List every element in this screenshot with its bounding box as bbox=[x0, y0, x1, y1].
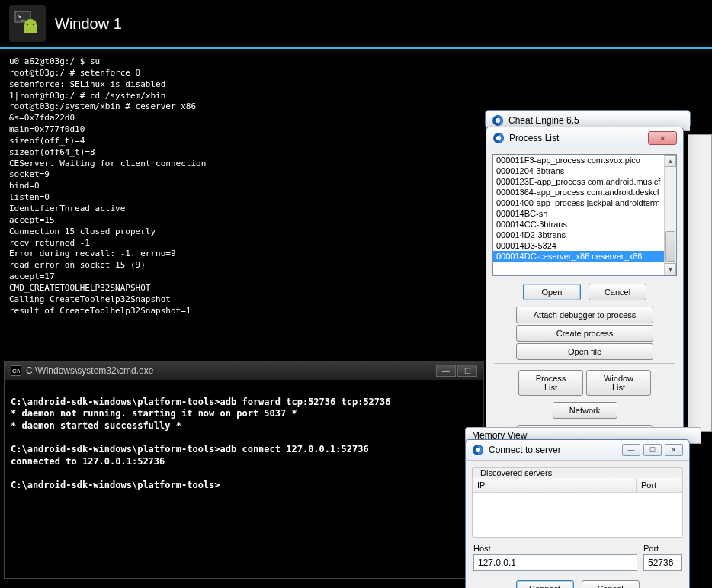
connect-titlebar[interactable]: Connect to server ― ☐ ✕ bbox=[466, 440, 689, 461]
network-button[interactable]: Network bbox=[553, 402, 617, 419]
cheat-engine-title: Cheat Engine 6.5 bbox=[508, 115, 579, 126]
discovered-servers-label: Discovered servers bbox=[477, 468, 555, 477]
process-item[interactable]: 000011F3-app_process com.svox.pico bbox=[493, 155, 676, 165]
host-label: Host bbox=[473, 544, 637, 553]
connect-title: Connect to server bbox=[489, 445, 622, 455]
close-button[interactable]: ✕ bbox=[648, 131, 677, 145]
server-list-body[interactable] bbox=[473, 493, 682, 537]
process-list-dialog: Process List ✕ 000011F3-app_process com.… bbox=[486, 127, 684, 450]
process-item[interactable]: 00001364-app_process com.android.deskcl bbox=[493, 187, 676, 198]
process-item[interactable]: 00001204-3btrans bbox=[493, 165, 676, 176]
svg-point-3 bbox=[33, 24, 34, 25]
minimize-button[interactable]: ― bbox=[622, 444, 640, 456]
svg-point-9 bbox=[496, 136, 501, 140]
cancel-button[interactable]: Cancel bbox=[589, 284, 646, 300]
scrollbar-vertical[interactable]: ▲ ▼ bbox=[664, 155, 676, 275]
open-file-button[interactable]: Open file bbox=[516, 343, 653, 360]
svg-point-7 bbox=[496, 118, 500, 123]
scroll-down-arrow[interactable]: ▼ bbox=[665, 263, 676, 275]
cmd-output[interactable]: C:\android-sdk-windows\platform-tools>ad… bbox=[5, 380, 483, 578]
close-button[interactable]: ✕ bbox=[665, 444, 683, 456]
scroll-up-arrow[interactable]: ▲ bbox=[665, 155, 676, 167]
maximize-button[interactable]: ☐ bbox=[643, 444, 662, 456]
svg-point-11 bbox=[476, 448, 480, 452]
create-process-button[interactable]: Create process bbox=[516, 325, 653, 342]
android-titlebar: >_ Window 1 bbox=[0, 0, 712, 49]
process-item[interactable]: 00001400-app_process jackpal.androidterm bbox=[493, 198, 676, 208]
cmd-titlebar[interactable]: C:\ C:\Windows\system32\cmd.exe — ☐ bbox=[5, 361, 483, 380]
cmd-minimize-button[interactable]: — bbox=[436, 365, 456, 377]
cheat-engine-icon bbox=[472, 444, 484, 456]
window-list-button[interactable]: Window List bbox=[586, 370, 651, 396]
cmd-title: C:\Windows\system32\cmd.exe bbox=[26, 365, 153, 376]
cmd-window: C:\ C:\Windows\system32\cmd.exe — ☐ C:\a… bbox=[4, 361, 484, 579]
process-item[interactable]: 000014CC-3btrans bbox=[493, 219, 676, 230]
process-list-titlebar[interactable]: Process List ✕ bbox=[486, 127, 683, 149]
ce-main-fragment bbox=[688, 134, 712, 432]
android-terminal-output[interactable]: u0_a62@t03g:/ $ su root@t03g:/ # setenfo… bbox=[0, 50, 480, 317]
cmd-icon: C:\ bbox=[11, 365, 21, 376]
discovered-servers-group: Discovered servers IP Port bbox=[472, 467, 683, 538]
host-input[interactable] bbox=[473, 554, 637, 571]
process-list-title: Process List bbox=[509, 133, 559, 143]
cancel-button[interactable]: Cancel bbox=[582, 580, 640, 588]
port-label: Port bbox=[643, 544, 682, 553]
process-item[interactable]: 000014BC-sh bbox=[493, 208, 676, 219]
connect-button[interactable]: Connect bbox=[516, 580, 574, 588]
cmd-maximize-button[interactable]: ☐ bbox=[457, 365, 477, 377]
cheat-engine-icon bbox=[492, 114, 504, 127]
attach-debugger-button[interactable]: Attach debugger to process bbox=[516, 307, 653, 323]
port-input[interactable] bbox=[643, 554, 682, 571]
cheat-engine-icon bbox=[492, 132, 505, 144]
process-item[interactable]: 000014DC-ceserver_x86 ceserver_x86 bbox=[493, 251, 676, 262]
android-window-title: Window 1 bbox=[55, 15, 122, 33]
svg-text:>_: >_ bbox=[18, 14, 25, 21]
svg-point-2 bbox=[27, 24, 28, 25]
process-item[interactable]: 000014D2-3btrans bbox=[493, 230, 676, 240]
connect-to-server-dialog: Connect to server ― ☐ ✕ Discovered serve… bbox=[465, 439, 690, 588]
scroll-thumb[interactable] bbox=[665, 231, 675, 262]
cheat-engine-window[interactable]: Cheat Engine 6.5 bbox=[485, 110, 691, 128]
android-terminal-icon: >_ bbox=[9, 5, 46, 42]
port-column-header[interactable]: Port bbox=[637, 478, 682, 492]
process-list-button[interactable]: Process List bbox=[518, 370, 583, 396]
open-button[interactable]: Open bbox=[523, 284, 581, 300]
ip-column-header[interactable]: IP bbox=[473, 478, 637, 492]
process-listbox[interactable]: 000011F3-app_process com.svox.pico000012… bbox=[492, 154, 677, 276]
server-list-header: IP Port bbox=[473, 478, 682, 493]
process-item[interactable]: 0000123E-app_process com.android.musicf bbox=[493, 176, 676, 187]
process-item[interactable]: 000014D3-5324 bbox=[493, 240, 676, 251]
